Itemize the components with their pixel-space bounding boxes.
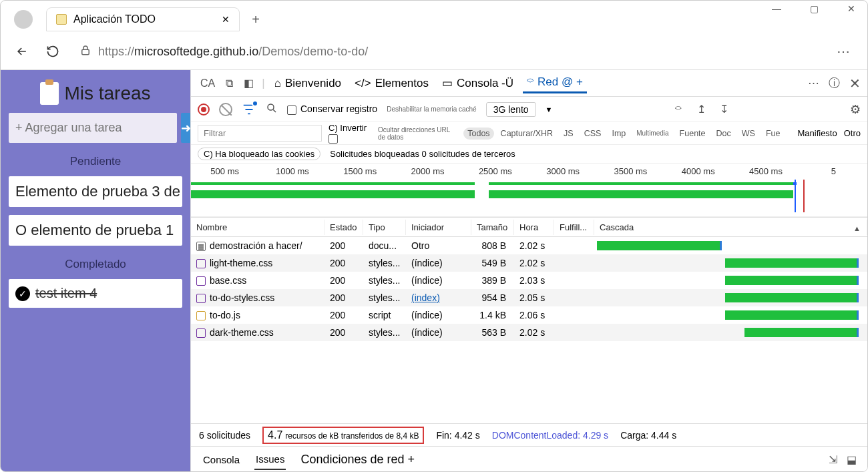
task-label: test item 4: [35, 286, 97, 301]
file-type-icon: [196, 294, 206, 303]
window-close-button[interactable]: ✕: [841, 3, 862, 14]
timeline-overview[interactable]: 500 ms1000 ms1500 ms2000 ms2500 ms3000 m…: [191, 164, 867, 217]
refresh-button[interactable]: [43, 42, 62, 61]
back-button[interactable]: [13, 42, 31, 61]
settings-gear-icon[interactable]: ⚙: [850, 102, 861, 117]
devtools-close-button[interactable]: ✕: [849, 75, 861, 91]
console-icon: ▭: [442, 76, 453, 90]
tab-welcome[interactable]: ⌂Bienvenido: [270, 74, 345, 93]
chip-other[interactable]: Otro: [844, 128, 861, 138]
disable-cache-label[interactable]: Deshabilitar la memoria caché: [387, 105, 477, 113]
timeline-tick: 5: [800, 166, 867, 176]
filter-toggle-button[interactable]: [242, 102, 256, 117]
drawer-tab-network-conditions[interactable]: Condiciones de red +: [299, 449, 416, 471]
domcontentloaded-time: DOMContentLoaded: 4.29 s: [492, 430, 608, 441]
network-toolbar: Conservar registro Deshabilitar la memor…: [191, 97, 867, 122]
check-icon: ✓: [15, 286, 30, 301]
chip-all[interactable]: Todos: [463, 128, 493, 140]
finish-time: Fin: 4.42 s: [436, 430, 479, 441]
import-har-icon[interactable]: ↥: [694, 103, 708, 115]
new-tab-button[interactable]: +: [245, 9, 266, 30]
add-task-input[interactable]: [9, 113, 177, 143]
lock-icon: [79, 44, 91, 59]
export-har-icon[interactable]: ↧: [717, 103, 730, 115]
file-type-icon: [196, 311, 206, 320]
table-row[interactable]: to-do-styles.css200styles...(index)954 B…: [191, 289, 867, 306]
filter-input[interactable]: [198, 125, 322, 142]
url-text: https://microsoftedge.github.io/Demos/de…: [98, 45, 368, 59]
blocked-cookies-pill[interactable]: C) Ha bloqueado las cookies: [198, 148, 320, 160]
help-icon[interactable]: ⓘ: [829, 75, 840, 91]
chip-ws[interactable]: WS: [738, 128, 759, 140]
add-task-row: ➜: [9, 113, 182, 143]
device-toggle-icon[interactable]: ⧉: [223, 77, 236, 89]
transferred-highlight: 4.7 recursos de kB transferidos de 8,4 k…: [262, 427, 424, 444]
tab-elements[interactable]: </>Elementos: [351, 74, 433, 93]
browser-menu-button[interactable]: ⋯: [831, 43, 855, 59]
task-item[interactable]: Elemento de prueba 3 de O: [9, 176, 182, 207]
table-header[interactable]: Nombre Estado Tipo Iniciador Tamaño Hora…: [191, 217, 867, 237]
table-row[interactable]: to-do.js200script(índice)1.4 kB2.06 s: [191, 306, 867, 324]
tab-favicon: [56, 14, 67, 25]
code-icon: </>: [355, 77, 371, 90]
browser-chrome: ― ▢ ✕ Aplicación TODO ✕ + https://micros…: [1, 1, 867, 70]
profile-avatar[interactable]: [14, 10, 33, 29]
filter-active-badge: [252, 100, 258, 107]
table-row[interactable]: light-theme.css200styles...(índice)549 B…: [191, 254, 867, 272]
table-row[interactable]: base.css200styles...(índice)389 B2.03 s: [191, 272, 867, 289]
table-row[interactable]: demostración a hacer/200docu...Otro808 B…: [191, 237, 867, 254]
chip-manifest[interactable]: Manifiesto: [797, 128, 837, 138]
inspect-button[interactable]: CA: [198, 77, 218, 89]
task-item-done[interactable]: ✓ test item 4: [9, 279, 182, 308]
window-maximize-button[interactable]: ▢: [803, 3, 825, 14]
file-type-icon: [196, 328, 206, 338]
search-icon[interactable]: [266, 102, 278, 116]
more-tools-button[interactable]: ⋯: [808, 76, 819, 90]
url-field[interactable]: https://microsoftedge.github.io/Demos/de…: [74, 44, 819, 59]
tab-console[interactable]: ▭Consola -Ü: [438, 73, 517, 93]
chip-wasm[interactable]: Fue: [762, 128, 785, 140]
chip-css[interactable]: CSS: [580, 128, 606, 140]
network-status-bar: 6 solicitudes 4.7 recursos de kB transfe…: [191, 423, 867, 446]
throttling-select[interactable]: 3G lento: [486, 102, 536, 117]
chip-js[interactable]: JS: [560, 128, 578, 140]
chip-xhr[interactable]: Capturar/XHR: [497, 128, 558, 140]
sort-indicator-icon: ▲: [853, 224, 861, 232]
col-waterfall: Cascada: [594, 220, 867, 235]
window-minimize-button[interactable]: ―: [766, 3, 787, 14]
drawer-tab-issues[interactable]: Issues: [254, 449, 286, 470]
home-icon: ⌂: [274, 77, 281, 90]
table-row[interactable]: dark-theme.css200styles...(índice)563 B2…: [191, 324, 867, 341]
window-controls: ― ▢ ✕: [766, 3, 862, 14]
tab-title: Aplicación TODO: [73, 13, 156, 25]
chip-font[interactable]: Fuente: [676, 128, 710, 140]
pending-heading: Pendiente: [9, 155, 182, 168]
network-filter-row: C) Invertir Ocultar direcciones URL de d…: [191, 122, 867, 145]
svg-rect-0: [82, 49, 89, 55]
hide-data-urls-label[interactable]: Ocultar direcciones URL de datos: [378, 126, 457, 141]
load-time: Carga: 4.44 s: [620, 430, 676, 441]
chip-media[interactable]: Multimedia: [632, 128, 672, 138]
record-button[interactable]: [198, 103, 210, 115]
clear-button[interactable]: [219, 103, 232, 116]
drawer-dock-icon[interactable]: ⬓: [847, 453, 857, 466]
timeline-tick: 3500 ms: [597, 166, 664, 176]
task-item[interactable]: O elemento de prueba 1: [9, 215, 182, 246]
col-initiator: Iniciador: [406, 220, 471, 235]
drawer-expand-icon[interactable]: ⇲: [829, 453, 837, 466]
col-type: Tipo: [363, 220, 406, 235]
dock-icon[interactable]: ◧: [241, 77, 256, 89]
network-conditions-icon[interactable]: ⌔: [672, 103, 685, 115]
chip-doc[interactable]: Doc: [712, 128, 735, 140]
tab-network[interactable]: ⌔Red @ +: [523, 73, 587, 93]
tab-close-button[interactable]: ✕: [222, 14, 230, 25]
preserve-log-checkbox[interactable]: Conservar registro: [287, 103, 377, 114]
add-task-button[interactable]: ➜: [181, 113, 191, 143]
invert-checkbox[interactable]: C) Invertir: [329, 123, 371, 144]
col-name: Nombre: [191, 220, 324, 235]
network-table: Nombre Estado Tipo Iniciador Tamaño Hora…: [191, 217, 867, 423]
chevron-down-icon[interactable]: ▼: [546, 105, 553, 113]
drawer-tab-console[interactable]: Consola: [202, 450, 241, 469]
chip-img[interactable]: Imp: [608, 128, 630, 140]
browser-tab[interactable]: Aplicación TODO ✕: [46, 7, 240, 31]
